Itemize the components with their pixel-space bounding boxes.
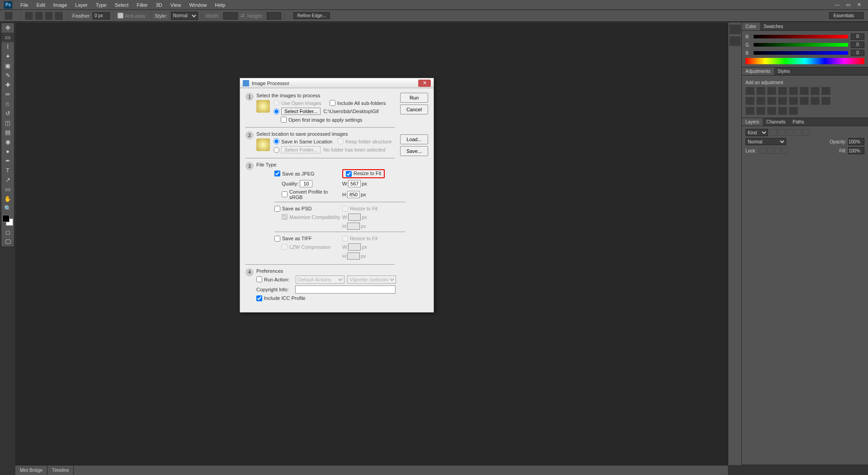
path-tool-icon[interactable]: ↗ [1,175,14,185]
menu-edit[interactable]: Edit [33,2,49,8]
include-subfolders-checkbox[interactable] [330,100,335,106]
workspace-switcher[interactable]: Essentials [829,12,863,19]
colorbal-icon[interactable] [811,87,820,95]
color-tab[interactable]: Color [742,23,760,30]
menu-layer[interactable]: Layer [71,2,92,8]
select-folder-button[interactable]: Select Folder... [281,108,321,115]
close-icon[interactable]: ✕ [854,2,864,8]
blur-tool-icon[interactable]: ◉ [1,137,14,147]
menu-3d[interactable]: 3D [152,2,166,8]
exposure-icon[interactable] [778,87,787,95]
gradient-map-icon[interactable] [811,97,820,105]
menu-help[interactable]: Help [211,2,230,8]
color-lookup-icon[interactable] [767,97,776,105]
vibrance-icon[interactable] [789,87,798,95]
filter-smart-icon[interactable] [802,129,810,136]
gradient-tool-icon[interactable]: ▤ [1,128,14,137]
quality-input[interactable] [300,180,312,187]
styles-tab[interactable]: Styles [774,67,793,75]
refine-edge-button[interactable]: Refine Edge... [293,12,330,19]
color-swatches[interactable] [2,215,13,226]
r-slider[interactable] [754,35,848,38]
swatches-tab[interactable]: Swatches [760,23,787,30]
menu-filter[interactable]: Filter [132,2,151,8]
filter-pixel-icon[interactable] [770,129,777,136]
opacity-input[interactable] [848,138,864,145]
save-tiff-checkbox[interactable] [274,236,280,242]
blend-mode-select[interactable]: Normal [745,138,786,145]
history-panel-icon[interactable] [729,24,741,34]
shape-tool-icon[interactable]: ▭ [1,185,14,194]
levels-icon[interactable] [756,87,765,95]
filter-type-icon[interactable] [786,129,793,136]
save-jpeg-checkbox[interactable] [274,171,280,176]
r-value[interactable]: 0 [851,33,864,40]
brush-tool-icon[interactable]: ✏ [1,90,14,99]
lasso-tool-icon[interactable]: ⌇ [1,42,14,52]
include-icc-checkbox[interactable] [256,295,262,301]
adj-icon-20[interactable] [778,107,787,115]
convert-srgb-checkbox[interactable] [282,191,288,197]
save-psd-checkbox[interactable] [274,206,280,212]
lock-pos-icon[interactable] [774,147,781,154]
style-select[interactable]: Normal [171,12,198,20]
photo-filter-icon[interactable] [745,97,755,105]
brightness-icon[interactable] [745,87,755,95]
eyedropper-tool-icon[interactable]: ✎ [1,71,14,80]
pen-tool-icon[interactable]: ✒ [1,156,14,166]
fill-input[interactable] [848,147,864,154]
dodge-tool-icon[interactable]: ● [1,147,14,156]
paths-tab[interactable]: Paths [789,118,808,126]
adj-icon-19[interactable] [767,107,776,115]
crop-tool-icon[interactable]: ▣ [1,61,14,71]
run-action-checkbox[interactable] [256,276,262,282]
marquee-tool-icon[interactable]: ▭ [1,33,14,42]
filter-kind-select[interactable]: Kind [745,129,768,136]
move-tool-icon[interactable]: ✥ [1,23,14,33]
menu-type[interactable]: Type [92,2,111,8]
maximize-icon[interactable]: ▭ [843,2,854,8]
history-brush-tool-icon[interactable]: ↺ [1,109,14,118]
channel-mixer-icon[interactable] [756,97,765,105]
lock-pixels-icon[interactable] [767,147,774,154]
heal-tool-icon[interactable]: ✚ [1,80,14,90]
channels-tab[interactable]: Channels [763,118,789,126]
select-dest-folder-radio[interactable] [274,147,279,153]
add-selection-icon[interactable] [35,12,43,20]
zoom-tool-icon[interactable]: 🔍 [1,204,14,213]
bw-icon[interactable] [821,87,830,95]
hue-icon[interactable] [800,87,809,95]
intersect-selection-icon[interactable] [55,12,63,20]
open-first-checkbox[interactable] [281,117,287,123]
copyright-input[interactable] [295,285,396,294]
threshold-icon[interactable] [800,97,809,105]
color-spectrum[interactable] [745,58,864,64]
b-slider[interactable] [754,51,848,55]
lock-all-icon[interactable] [782,147,788,154]
g-value[interactable]: 0 [851,42,864,48]
invert-icon[interactable] [778,97,787,105]
quickmask-icon[interactable]: ◻ [1,228,14,237]
dialog-titlebar[interactable]: Image Processor ✕ [240,78,434,88]
filter-shape-icon[interactable] [794,129,802,136]
jpeg-width-input[interactable] [348,180,361,187]
dialog-close-button[interactable]: ✕ [418,80,431,87]
filter-adj-icon[interactable] [778,129,785,136]
adj-icon-21[interactable] [789,107,798,115]
lock-trans-icon[interactable] [760,147,766,154]
jpeg-resize-checkbox[interactable] [346,171,352,177]
minimize-icon[interactable]: — [832,2,843,8]
menu-file[interactable]: File [16,2,33,8]
wand-tool-icon[interactable]: ✦ [1,52,14,61]
current-tool-icon[interactable] [5,12,13,20]
layers-tab[interactable]: Layers [742,118,763,126]
eraser-tool-icon[interactable]: ◫ [1,118,14,128]
subtract-selection-icon[interactable] [45,12,53,20]
menu-select[interactable]: Select [111,2,133,8]
jpeg-height-input[interactable] [347,191,360,198]
feather-input[interactable] [93,12,110,19]
type-tool-icon[interactable]: T [1,166,14,175]
menu-image[interactable]: Image [49,2,71,8]
mini-bridge-tab[interactable]: Mini Bridge [15,466,47,475]
adj-icon-18[interactable] [756,107,765,115]
